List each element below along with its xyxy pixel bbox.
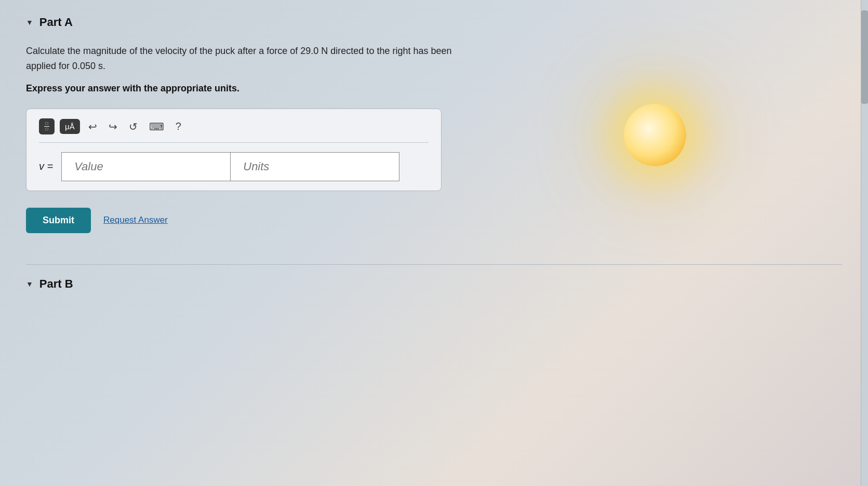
- main-content: ▼ Part A Calculate the magnitude of the …: [0, 0, 868, 486]
- refresh-button[interactable]: ↺: [126, 118, 141, 135]
- page-container: ▼ Part A Calculate the magnitude of the …: [0, 0, 868, 486]
- unit-symbol-button[interactable]: μÅ: [60, 119, 80, 134]
- part-a-collapse-arrow[interactable]: ▼: [26, 18, 33, 26]
- keyboard-button[interactable]: ⌨: [146, 118, 167, 135]
- request-answer-link[interactable]: Request Answer: [103, 215, 168, 225]
- toolbar: □ □ μÅ ↩ ↪ ↺ ⌨ ?: [39, 118, 429, 143]
- part-b-collapse-arrow[interactable]: ▼: [26, 280, 33, 288]
- units-input[interactable]: [230, 152, 399, 181]
- part-b-title: Part B: [39, 277, 73, 291]
- scrollbar-thumb[interactable]: [861, 10, 868, 104]
- redo-button[interactable]: ↪: [105, 118, 121, 135]
- scrollbar[interactable]: [861, 0, 868, 486]
- submit-button[interactable]: Submit: [26, 208, 91, 233]
- content-area: ▼ Part A Calculate the magnitude of the …: [26, 16, 842, 291]
- submit-row: Submit Request Answer: [26, 208, 842, 233]
- part-b-header: ▼ Part B: [26, 264, 842, 291]
- express-instruction: Express your answer with the appropriate…: [26, 83, 842, 94]
- answer-box: □ □ μÅ ↩ ↪ ↺ ⌨ ?: [26, 109, 442, 191]
- value-input[interactable]: [61, 152, 230, 181]
- part-a-header: ▼ Part A: [26, 16, 842, 29]
- question-text: Calculate the magnitude of the velocity …: [26, 44, 473, 74]
- undo-button[interactable]: ↩: [85, 118, 100, 135]
- fraction-icon: □ □: [44, 122, 49, 131]
- v-label: v =: [39, 160, 53, 172]
- help-button[interactable]: ?: [172, 118, 184, 134]
- part-a-title: Part A: [39, 16, 73, 29]
- input-row: v =: [39, 152, 429, 181]
- fraction-button[interactable]: □ □: [39, 118, 55, 134]
